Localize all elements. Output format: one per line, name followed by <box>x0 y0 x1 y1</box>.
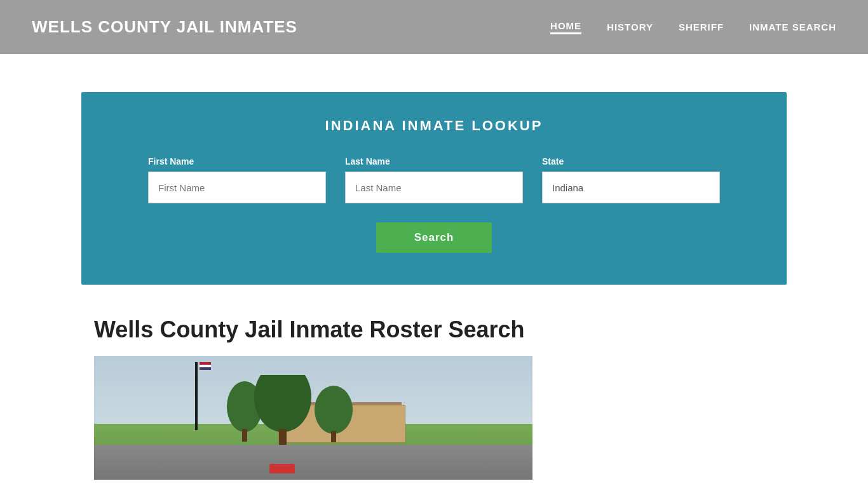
inmate-lookup-section: INDIANA INMATE LOOKUP First Name Last Na… <box>81 92 787 285</box>
roster-title: Wells County Jail Inmate Roster Search <box>94 316 774 343</box>
nav-inmate-search[interactable]: INMATE SEARCH <box>749 22 836 32</box>
svg-rect-3 <box>279 429 287 445</box>
jail-building-image <box>94 356 532 480</box>
svg-point-2 <box>254 375 311 432</box>
search-button[interactable]: Search <box>376 222 492 253</box>
first-name-label: First Name <box>148 156 326 166</box>
parking-area <box>94 445 532 480</box>
first-name-input[interactable] <box>148 172 326 203</box>
svg-rect-5 <box>331 431 336 442</box>
main-nav: HOME HISTORY SHERIFF INMATE SEARCH <box>550 20 836 34</box>
svg-rect-1 <box>242 429 247 442</box>
sub-header-spacer <box>0 54 868 92</box>
flag-pole <box>195 362 198 430</box>
state-input[interactable] <box>542 172 720 203</box>
search-button-wrapper: Search <box>132 222 736 253</box>
first-name-group: First Name <box>148 156 326 203</box>
last-name-label: Last Name <box>345 156 523 166</box>
nav-history[interactable]: HISTORY <box>607 22 653 32</box>
content-section: Wells County Jail Inmate Roster Search <box>81 285 787 480</box>
last-name-input[interactable] <box>345 172 523 203</box>
flag <box>200 362 211 370</box>
car-red <box>269 464 295 473</box>
nav-home[interactable]: HOME <box>550 20 581 34</box>
site-header: WELLS COUNTY JAIL INMATES HOME HISTORY S… <box>0 0 868 54</box>
state-label: State <box>542 156 720 166</box>
last-name-group: Last Name <box>345 156 523 203</box>
svg-point-4 <box>315 386 353 434</box>
nav-sheriff[interactable]: SHERIFF <box>679 22 724 32</box>
lookup-title: INDIANA INMATE LOOKUP <box>132 118 736 134</box>
state-group: State <box>542 156 720 203</box>
site-title: WELLS COUNTY JAIL INMATES <box>32 17 297 37</box>
trees-svg <box>226 375 365 445</box>
search-fields-row: First Name Last Name State <box>132 156 736 203</box>
